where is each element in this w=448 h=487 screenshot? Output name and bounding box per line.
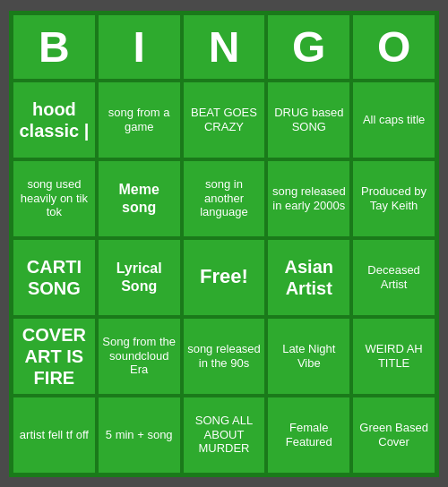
bingo-cell-8[interactable]: song released in early 2000s <box>266 159 351 238</box>
bingo-cell-21[interactable]: 5 min + song <box>97 396 182 474</box>
bingo-cell-4[interactable]: All caps title <box>351 81 436 159</box>
bingo-cell-5[interactable]: song used heavily on tik tok <box>12 159 97 238</box>
letter-n: N <box>182 13 267 81</box>
letter-g: G <box>266 13 351 81</box>
bingo-cell-22[interactable]: SONG ALL ABOUT MURDER <box>182 396 267 474</box>
bingo-cell-3[interactable]: DRUG based SONG <box>266 81 351 159</box>
bingo-cell-13[interactable]: Asian Artist <box>266 238 351 317</box>
bingo-cell-17[interactable]: song released in the 90s <box>182 317 267 396</box>
bingo-cell-2[interactable]: BEAT GOES CRAZY <box>182 81 267 159</box>
bingo-cell-12[interactable]: Free! <box>182 238 267 317</box>
bingo-cell-10[interactable]: CARTI SONG <box>12 238 97 317</box>
bingo-cell-1[interactable]: song from a game <box>97 81 182 159</box>
bingo-card: B I N G O hood classic |song from a game… <box>9 11 439 477</box>
letter-b: B <box>12 13 97 81</box>
bingo-cell-11[interactable]: Lyrical Song <box>97 238 182 317</box>
bingo-cell-24[interactable]: Green Based Cover <box>351 396 436 474</box>
letter-o: O <box>351 13 436 81</box>
bingo-cell-14[interactable]: Deceased Artist <box>351 238 436 317</box>
bingo-cell-23[interactable]: Female Featured <box>266 396 351 474</box>
bingo-cell-7[interactable]: song in another language <box>182 159 267 238</box>
letter-i: I <box>97 13 182 81</box>
bingo-cell-9[interactable]: Produced by Tay Keith <box>351 159 436 238</box>
bingo-cell-6[interactable]: Meme song <box>97 159 182 238</box>
bingo-header: B I N G O <box>12 13 436 81</box>
bingo-cell-19[interactable]: WEIRD AH TITLE <box>351 317 436 396</box>
bingo-grid: hood classic |song from a gameBEAT GOES … <box>12 81 436 474</box>
bingo-cell-15[interactable]: COVER ART IS FIRE <box>12 317 97 396</box>
bingo-cell-18[interactable]: Late Night Vibe <box>266 317 351 396</box>
bingo-cell-16[interactable]: Song from the soundcloud Era <box>97 317 182 396</box>
bingo-cell-0[interactable]: hood classic | <box>12 81 97 159</box>
bingo-cell-20[interactable]: artist fell tf off <box>12 396 97 474</box>
